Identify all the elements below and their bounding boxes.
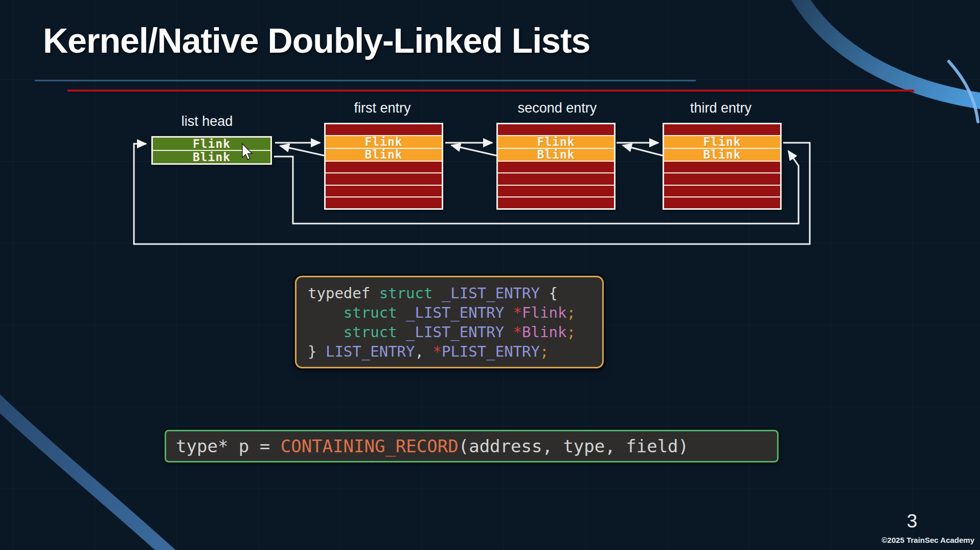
page-title: Kernel/Native Doubly-Linked Lists <box>43 20 590 60</box>
entry-data-row <box>664 124 780 135</box>
entry-blink-row: Blink <box>664 148 780 161</box>
connector-arrows <box>0 0 980 550</box>
copyright-text: ©2025 TrainSec Academy <box>882 536 974 544</box>
entry-flink-text: Flink <box>364 136 402 148</box>
arrow-first-blink-to-head <box>280 146 324 156</box>
entry-data-row <box>498 161 614 172</box>
bottom-left-swoosh <box>0 397 175 550</box>
entry-flink-row: Flink <box>664 135 780 148</box>
list-head-blink-text: Blink <box>193 151 231 163</box>
background-decor <box>0 0 980 550</box>
entry-box-third: Flink Blink <box>663 123 782 210</box>
top-right-swoosh <box>793 0 980 103</box>
entry-data-row <box>326 124 442 135</box>
entry-blink-text: Blink <box>703 149 741 161</box>
entry-data-row <box>498 124 614 135</box>
list-head-blink-row: Blink <box>153 150 270 163</box>
entry-flink-row: Flink <box>498 135 614 148</box>
containing-record-code-block: type* p = CONTAINING_RECORD(address, typ… <box>165 430 779 463</box>
list-head-flink-text: Flink <box>193 138 231 150</box>
entry-data-row <box>664 196 780 208</box>
title-underline-red <box>67 90 914 92</box>
second-entry-label: second entry <box>518 100 597 116</box>
entry-flink-text: Flink <box>703 136 741 148</box>
entry-flink-row: Flink <box>326 135 442 148</box>
slide: Kernel/Native Doubly-Linked Lists list h… <box>0 0 980 550</box>
entry-data-row <box>326 161 442 172</box>
entry-data-row <box>664 172 780 184</box>
entry-box-first: Flink Blink <box>324 123 443 210</box>
list-head-box: Flink Blink <box>151 136 272 165</box>
list-entry-typedef-code-block: typedef struct _LIST_ENTRY { struct _LIS… <box>295 276 604 368</box>
arrow-third-blink-to-second <box>623 145 663 156</box>
entry-blink-text: Blink <box>537 149 575 161</box>
first-entry-label: first entry <box>354 100 411 116</box>
entry-data-row <box>498 172 614 184</box>
entry-blink-row: Blink <box>326 148 442 161</box>
list-head-label: list head <box>181 114 233 129</box>
entry-data-row <box>498 185 614 196</box>
entry-data-row <box>326 196 442 208</box>
list-head-flink-row: Flink <box>153 138 270 150</box>
entry-blink-text: Blink <box>364 149 402 161</box>
entry-flink-text: Flink <box>537 136 575 148</box>
entry-data-row <box>326 172 442 184</box>
entry-data-row <box>498 196 614 208</box>
top-right-flick <box>949 61 978 122</box>
entry-data-row <box>664 185 780 196</box>
entry-box-second: Flink Blink <box>496 123 616 210</box>
third-entry-label: third entry <box>690 100 751 116</box>
entry-blink-row: Blink <box>498 148 614 161</box>
page-number: 3 <box>901 511 923 532</box>
entry-data-row <box>326 185 442 196</box>
entry-data-row <box>664 161 780 172</box>
title-underline-blue <box>35 80 696 81</box>
arrow-second-blink-to-first <box>451 145 496 156</box>
